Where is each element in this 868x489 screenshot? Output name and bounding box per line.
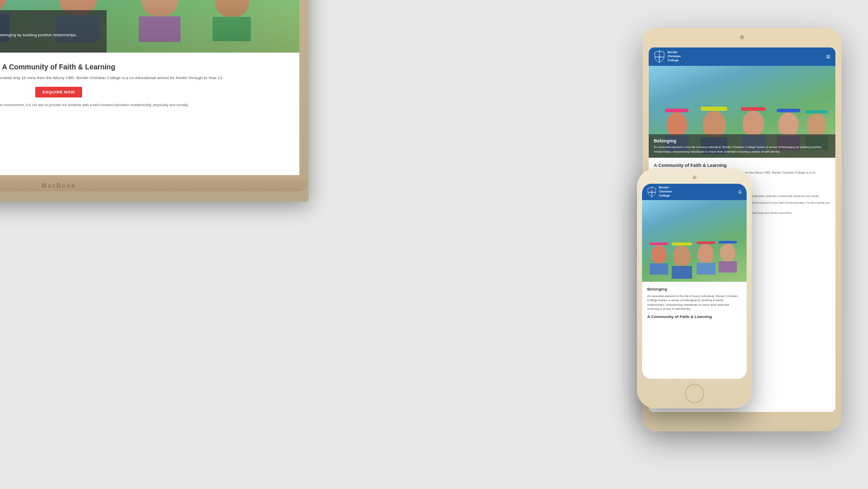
tablet-goggle-yellow [701, 107, 727, 111]
laptop-content-para1: Set in the beautiful Border Towns of Alb… [0, 75, 289, 81]
phone-goggle-blue [719, 241, 737, 243]
phone-kid-1-head [651, 245, 667, 263]
laptop-hero-desc: An essential element in the life of ever… [0, 32, 96, 44]
tablet-hamburger-icon[interactable]: ≡ [826, 53, 830, 61]
tablet-goggle-teal [805, 110, 828, 113]
phone-camera [693, 176, 696, 179]
laptop-content-title: A Community of Faith & Learning [0, 63, 289, 71]
tablet-kid-3-head [743, 111, 764, 135]
phone-device: Border Christian College ≡ [637, 168, 752, 408]
phone-goggle-yellow [672, 242, 692, 246]
laptop-base: MacBook [0, 175, 309, 191]
phone-hero-title-card: Belonging [647, 287, 742, 291]
tablet-kid-5-head [807, 113, 826, 136]
tablet-kid-1-head [667, 112, 687, 136]
phone-website: Border Christian College ≡ [642, 184, 747, 379]
tablet-goggle-pink [665, 109, 688, 112]
phone-hamburger-icon[interactable]: ≡ [738, 188, 742, 195]
phone-kid-3-head [698, 244, 714, 263]
phone-nav: Border Christian College ≡ [642, 184, 747, 200]
tablet-content-title: A Community of Faith & Learning [654, 163, 830, 168]
tablet-kid-4-head [778, 112, 799, 136]
tablet-nav: Border Christian College ≡ [649, 47, 835, 66]
phone-kid-2 [669, 201, 694, 279]
laptop-website: Border Christian College Home Community … [0, 0, 299, 188]
laptop-hero-title: Belonging [0, 18, 96, 29]
tablet-goggle-red [741, 107, 765, 111]
phone-kid-1 [647, 203, 670, 275]
tablet-kid-2-head [703, 111, 726, 137]
laptop-brand-label: MacBook [41, 182, 75, 189]
laptop-body: Border Christian College Home Community … [0, 0, 309, 202]
phone-content: Belonging An essential element in the li… [642, 282, 747, 379]
phone-screen: Border Christian College ≡ [642, 184, 747, 379]
laptop-hero: Belonging An essential element in the li… [0, 0, 299, 53]
phone-content-title: A Community of Faith & Learning [647, 314, 742, 319]
laptop-screen: Border Christian College Home Community … [0, 0, 299, 188]
laptop-hero-overlay: Belonging An essential element in the li… [0, 10, 107, 53]
tablet-logo-shield-icon [654, 50, 665, 63]
phone-logo-text: Border Christian College [659, 186, 672, 198]
tablet-hero: Belonging An essential element in the li… [649, 66, 835, 158]
phone-logo: Border Christian College [647, 186, 672, 198]
phone-hero [642, 200, 747, 282]
laptop-content-para2: We offer excellent education in a safe C… [0, 103, 289, 108]
tablet-camera [740, 35, 744, 39]
phone-kid-1-body [650, 263, 668, 275]
phone-kid-2-head [673, 246, 691, 266]
laptop-content: A Community of Faith & Learning Set in t… [0, 53, 299, 188]
laptop-device: Border Christian College Home Community … [0, 0, 283, 191]
phone-logo-shield-icon [647, 186, 656, 198]
phone-kid-3 [695, 203, 718, 275]
tablet-logo: Border Christian College [654, 50, 681, 63]
laptop-enquire-button[interactable]: ENQUIRE NOW [35, 87, 82, 97]
phone-home-button[interactable] [685, 384, 704, 403]
tablet-hero-overlay: Belonging An essential element in the li… [649, 134, 835, 158]
tablet-logo-text: Border Christian College [668, 51, 681, 62]
phone-kid-4-head [720, 243, 735, 261]
phone-kid-3-body [697, 263, 716, 275]
phone-hero-bg [642, 200, 747, 282]
phone-body: Border Christian College ≡ [637, 168, 752, 408]
tablet-goggle-blue [777, 109, 800, 112]
tablet-hero-desc: An essential element in the life of ever… [654, 145, 830, 154]
phone-goggle-pink [650, 242, 668, 245]
phone-kid-4-body [719, 261, 737, 273]
phone-goggle-red [697, 241, 716, 244]
scene: Border Christian College Home Community … [0, 0, 868, 489]
phone-kid-2-body [672, 266, 692, 279]
phone-kid-4 [718, 204, 738, 273]
tablet-hero-title: Belonging [654, 138, 830, 143]
phone-hero-desc-card: An essential element in the life of ever… [647, 294, 742, 311]
